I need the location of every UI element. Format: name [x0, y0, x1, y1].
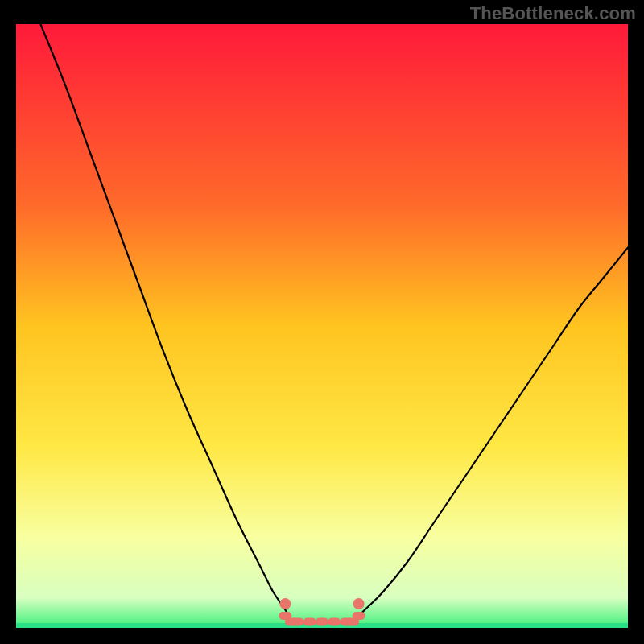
- plot-area: [16, 24, 628, 628]
- floor-marker: [303, 618, 316, 626]
- floor-marker-cap: [353, 598, 365, 609]
- floor-marker-cap: [279, 598, 291, 609]
- floor-marker: [316, 618, 328, 626]
- chart-frame: TheBottleneck.com: [0, 0, 644, 644]
- watermark-text: TheBottleneck.com: [470, 3, 636, 24]
- floor-marker: [291, 618, 304, 626]
- chart-svg: [16, 24, 628, 628]
- floor-marker: [328, 618, 341, 626]
- floor-marker: [353, 612, 365, 620]
- gradient-background: [16, 24, 628, 628]
